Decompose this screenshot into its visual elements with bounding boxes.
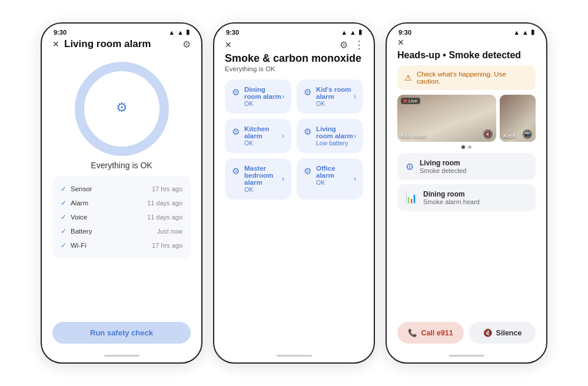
more-options-icon[interactable]: ⋮ [354, 38, 363, 51]
carousel-dots [397, 145, 536, 149]
mute-silence-icon: 🔇 [483, 328, 493, 337]
gear-icon-2[interactable]: ⚙ [340, 39, 348, 51]
live-badge: Live [401, 98, 420, 104]
gear-icon-1[interactable]: ⚙ [182, 39, 191, 50]
dot-2 [468, 145, 471, 149]
call-e911-button[interactable]: 📞 Call e911 [397, 322, 464, 344]
phone1-bottom-bar [42, 352, 201, 362]
smoke-icon-dining: ⚙ [232, 87, 240, 98]
chevron-icon-dining: › [282, 92, 284, 101]
wifi-icon-3: ▲ [513, 29, 520, 36]
alarm-card-office[interactable]: ⚙Office alarmOK › [297, 158, 363, 199]
home-indicator-3 [449, 355, 484, 357]
battery-icon-1: ▮ [186, 28, 190, 36]
check-icon-alarm: ✓ [61, 199, 67, 207]
phone2-title: Smoke & carbon monoxide [225, 52, 363, 65]
phone2-header-icons: ⚙ ⋮ [340, 38, 363, 51]
status-icons-3: ▲ ▲ ▮ [513, 28, 534, 36]
phone3-content: ✕ Heads-up • Smoke detected ⚠ Check what… [387, 38, 546, 352]
status-bar-1: 9:30 ▲ ▲ ▮ [42, 24, 201, 38]
camera-label-kitch: Kitch [503, 133, 516, 139]
status-bar-3: 9:30 ▲ ▲ ▮ [387, 24, 546, 38]
smoke-alert-icon-living: ⚙ [406, 161, 414, 172]
dot-1 [461, 145, 465, 149]
alarm-card-master[interactable]: ⚙Master bedroom alarmOK › [225, 158, 291, 199]
close-icon-2[interactable]: ✕ [225, 41, 232, 49]
phone1-header-left: ✕ Living room alarm [52, 38, 151, 50]
smoke-icon-living: ⚙ [304, 127, 311, 137]
smoke-icon-kids: ⚙ [304, 87, 311, 98]
smoke-icon-office: ⚙ [304, 166, 311, 177]
signal-icon-2: ▲ [350, 29, 356, 36]
check-icon-battery: ✓ [61, 227, 67, 235]
home-indicator-2 [277, 355, 312, 357]
status-bar-2: 9:30 ▲ ▲ ▮ [214, 24, 374, 38]
smoke-icon-kitchen: ⚙ [232, 127, 240, 137]
chevron-icon-kitchen: › [282, 132, 284, 140]
alert-dining-room: 📊 Dining room Smoke alarm heard [397, 184, 536, 211]
check-row-battery: ✓Battery Just now [61, 224, 182, 238]
check-row-sensor: ✓Sensor 17 hrs ago [61, 182, 182, 196]
close-icon-3[interactable]: ✕ [397, 38, 404, 46]
phone-3: 9:30 ▲ ▲ ▮ ✕ Heads-up • Smoke detected ⚠… [386, 22, 547, 364]
status-circle: ⚙ [75, 62, 169, 156]
camera-card-kids[interactable]: Live Kids room 🔇 [397, 95, 496, 142]
camera-card-kitch[interactable]: Kitch 📷 [500, 95, 536, 142]
signal-icon-3: ▲ [522, 29, 529, 36]
live-label: Live [408, 98, 417, 104]
phone-icon: 📞 [408, 328, 417, 337]
phone2-bottom-bar [214, 352, 374, 362]
status-label-1: Everything is OK [52, 161, 191, 170]
alarm-card-dining[interactable]: ⚙Dining room alarmOK › [225, 79, 291, 114]
status-icons-2: ▲ ▲ ▮ [341, 28, 362, 36]
alert-dining-text: Dining room Smoke alarm heard [423, 190, 480, 205]
chevron-icon-living: › [354, 132, 356, 140]
alert-living-room: ⚙ Living room Smoke detected [397, 153, 536, 180]
mute-icon-kids[interactable]: 🔇 [483, 129, 493, 139]
phone2-content: ✕ ⚙ ⋮ Smoke & carbon monoxide Everything… [214, 38, 374, 352]
phone-1: 9:30 ▲ ▲ ▮ ✕ Living room alarm ⚙ ⚙ Every… [41, 22, 202, 364]
check-list: ✓Sensor 17 hrs ago ✓Alarm 11 days ago ✓V… [52, 176, 191, 258]
warning-icon: ⚠ [404, 73, 412, 82]
mute-icon-kitch[interactable]: 📷 [523, 129, 532, 139]
live-dot [404, 99, 407, 102]
check-row-alarm: ✓Alarm 11 days ago [61, 196, 182, 210]
phone1-title: Living room alarm [64, 38, 151, 50]
phone2-subtitle: Everything is OK [225, 65, 363, 72]
alarm-card-kitchen[interactable]: ⚙Kitchen alarmOK › [225, 119, 291, 153]
sound-alert-icon-dining: 📊 [406, 192, 417, 204]
phone3-title: Heads-up • Smoke detected [397, 50, 536, 61]
phone-wrapper: 9:30 ▲ ▲ ▮ ✕ Living room alarm ⚙ ⚙ Every… [41, 22, 547, 364]
close-icon-1[interactable]: ✕ [52, 40, 59, 48]
wifi-icon-2: ▲ [341, 29, 347, 36]
silence-button[interactable]: 🔇 Silence [469, 322, 536, 344]
phone3-bottom-bar [387, 352, 546, 362]
smoke-detector-icon: ⚙ [116, 100, 128, 115]
status-time-3: 9:30 [398, 29, 411, 36]
check-row-voice: ✓Voice 11 days ago [61, 210, 182, 224]
check-row-wifi: ✓Wi-Fi 17 hrs ago [61, 238, 182, 252]
home-indicator-1 [104, 355, 139, 357]
alarm-card-living[interactable]: ⚙Living room alarmLow battery › [297, 119, 363, 153]
wifi-icon-1: ▲ [168, 29, 175, 36]
warning-text: Check what's happening. Use caution. [417, 71, 529, 85]
signal-icon-1: ▲ [177, 29, 184, 36]
status-time-2: 9:30 [226, 29, 239, 36]
phone2-header: ✕ ⚙ ⋮ [225, 38, 363, 51]
check-icon-voice: ✓ [61, 213, 67, 221]
phone1-header: ✕ Living room alarm ⚙ [52, 38, 191, 50]
phone-2: 9:30 ▲ ▲ ▮ ✕ ⚙ ⋮ Smoke & carbon monoxide… [213, 22, 375, 364]
chevron-icon-office: › [354, 175, 356, 183]
alarm-circle: ⚙ [52, 62, 191, 156]
alarm-grid: ⚙Dining room alarmOK › ⚙Kid's room alarm… [225, 79, 363, 199]
camera-label-kids: Kids room [401, 133, 426, 139]
alert-living-text: Living room Smoke detected [420, 159, 467, 174]
check-icon-wifi: ✓ [61, 241, 67, 249]
battery-icon-2: ▮ [358, 28, 362, 36]
battery-icon-3: ▮ [531, 28, 534, 36]
camera-row: Live Kids room 🔇 Kitch 📷 [397, 95, 536, 142]
alarm-card-kids[interactable]: ⚙Kid's room alarmOK › [297, 79, 363, 114]
check-icon-sensor: ✓ [61, 185, 67, 193]
safety-check-button[interactable]: Run safety check [52, 322, 191, 344]
phone3-header: ✕ [397, 38, 536, 46]
